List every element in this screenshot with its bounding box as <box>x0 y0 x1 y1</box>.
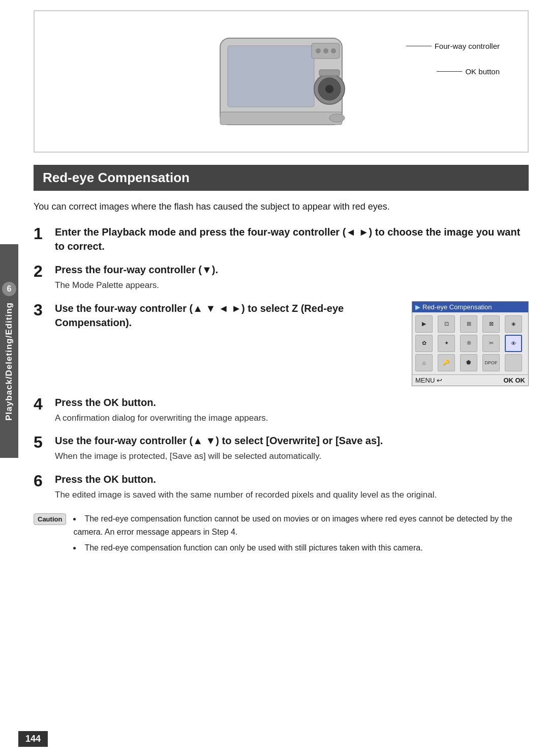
palette-cell-13: ⬟ <box>460 354 477 371</box>
section-title: Red-eye Compensation <box>34 165 529 191</box>
palette-cell-10-redeye: 👁 <box>505 335 522 352</box>
step-1-content: Enter the Playback mode and press the fo… <box>55 225 529 253</box>
page-number: 144 <box>18 731 48 747</box>
chapter-number: 6 <box>2 282 16 296</box>
label-ok-button: OK button <box>437 67 500 76</box>
step-4-desc: A confirmation dialog for overwriting th… <box>55 412 529 425</box>
mode-palette-diagram: ▶ Red-eye Compensation ▶ ⊡ ⊞ ⊠ ◈ ✿ ✦ ❊ <box>412 301 529 386</box>
chapter-title: Playback/Deleting/Editing <box>4 302 14 421</box>
palette-ok-label: OK OK <box>503 376 525 384</box>
step-2-desc: The Mode Palette appears. <box>55 279 529 292</box>
step-6-title: Press the OK button. <box>55 472 529 486</box>
palette-cell-1: ▶ <box>415 315 433 333</box>
camera-image-box: Four-way controller OK button <box>34 10 529 153</box>
step-6-desc: The edited image is saved with the same … <box>55 488 529 502</box>
step-3-title: Use the four-way controller (▲ ▼ ◄ ►) to… <box>55 301 402 330</box>
svg-point-8 <box>325 85 333 93</box>
caution-box: Caution The red-eye compensation functio… <box>34 512 529 558</box>
step-6-number: 6 <box>34 472 55 490</box>
palette-cell-4: ⊠ <box>482 315 500 333</box>
svg-point-5 <box>331 48 336 53</box>
step-1-title: Enter the Playback mode and press the fo… <box>55 225 529 253</box>
palette-cell-15-empty <box>505 354 522 371</box>
step-2: 2 Press the four-way controller (▼). The… <box>34 263 529 292</box>
step-3: 3 Use the four-way controller (▲ ▼ ◄ ►) … <box>34 301 529 386</box>
step-4-number: 4 <box>34 395 55 413</box>
svg-rect-9 <box>319 70 340 76</box>
step-1-number: 1 <box>34 225 55 243</box>
step-3-number: 3 <box>34 301 55 319</box>
step-2-number: 2 <box>34 263 55 280</box>
step-5: 5 Use the four-way controller (▲ ▼) to s… <box>34 433 529 463</box>
svg-point-3 <box>316 48 321 53</box>
caution-text: The red-eye compensation function cannot… <box>73 512 529 558</box>
step-5-content: Use the four-way controller (▲ ▼) to sel… <box>55 433 529 463</box>
palette-header: ▶ Red-eye Compensation <box>412 302 528 312</box>
palette-cell-14: DPOF <box>482 354 500 371</box>
step-6: 6 Press the OK button. The edited image … <box>34 472 529 502</box>
svg-rect-1 <box>228 46 314 107</box>
step-1: 1 Enter the Playback mode and press the … <box>34 225 529 253</box>
palette-grid: ▶ ⊡ ⊞ ⊠ ◈ ✿ ✦ ❊ ✂ 👁 ⌂ 🔑 ⬟ <box>412 312 528 374</box>
palette-cell-3: ⊞ <box>460 315 477 333</box>
palette-footer: MENU ↩ OK OK <box>412 374 528 386</box>
step-6-content: Press the OK button. The edited image is… <box>55 472 529 502</box>
step-3-content: Use the four-way controller (▲ ▼ ◄ ►) to… <box>55 301 529 386</box>
step-5-title: Use the four-way controller (▲ ▼) to sel… <box>55 433 529 448</box>
step-3-text-block: Use the four-way controller (▲ ▼ ◄ ►) to… <box>55 301 402 330</box>
intro-text: You can correct images where the flash h… <box>34 200 529 214</box>
palette-cell-9: ✂ <box>482 335 500 352</box>
step-4-content: Press the OK button. A confirmation dial… <box>55 395 529 425</box>
caution-item-1: The red-eye compensation function cannot… <box>73 512 529 538</box>
step-2-content: Press the four-way controller (▼). The M… <box>55 263 529 292</box>
svg-rect-10 <box>220 112 342 125</box>
camera-illustration <box>200 23 362 140</box>
step-4-title: Press the OK button. <box>55 395 529 410</box>
svg-point-11 <box>329 114 345 122</box>
caution-badge: Caution <box>34 513 66 525</box>
label-four-way-controller: Four-way controller <box>406 42 500 50</box>
palette-cell-12: 🔑 <box>438 354 455 371</box>
palette-cell-5: ◈ <box>505 315 522 333</box>
step-5-number: 5 <box>34 433 55 451</box>
palette-cell-6: ✿ <box>415 335 433 352</box>
step-5-desc: When the image is protected, [Save as] w… <box>55 450 529 463</box>
palette-cell-2: ⊡ <box>438 315 455 333</box>
palette-cell-7: ✦ <box>438 335 455 352</box>
palette-cell-8: ❊ <box>460 335 477 352</box>
side-tab: 6 Playback/Deleting/Editing <box>0 244 18 458</box>
main-content: Four-way controller OK button Red-eye Co… <box>18 0 549 568</box>
palette-menu-label: MENU ↩ <box>415 376 442 384</box>
svg-point-4 <box>323 48 328 53</box>
palette-cell-11: ⌂ <box>415 354 433 371</box>
caution-item-2: The red-eye compensation function can on… <box>73 541 529 555</box>
step-2-title: Press the four-way controller (▼). <box>55 263 529 277</box>
step-4: 4 Press the OK button. A confirmation di… <box>34 395 529 425</box>
step-3-row: Use the four-way controller (▲ ▼ ◄ ►) to… <box>55 301 529 386</box>
